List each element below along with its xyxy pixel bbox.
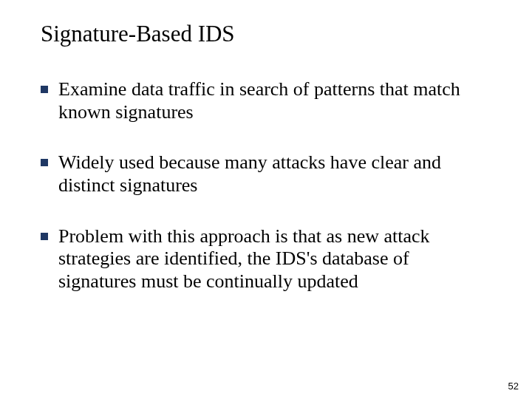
- slide-container: Signature-Based IDS Examine data traffic…: [0, 0, 532, 399]
- bullet-text: Widely used because many attacks have cl…: [58, 151, 491, 197]
- slide-title: Signature-Based IDS: [41, 21, 491, 47]
- bullet-text: Problem with this approach is that as ne…: [58, 225, 491, 293]
- bullet-text: Examine data traffic in search of patter…: [58, 78, 491, 123]
- bullet-list: Examine data traffic in search of patter…: [41, 78, 491, 293]
- page-number: 52: [508, 381, 519, 392]
- square-bullet-icon: [41, 233, 48, 240]
- bullet-item: Problem with this approach is that as ne…: [41, 225, 491, 293]
- bullet-item: Examine data traffic in search of patter…: [41, 78, 491, 123]
- bullet-item: Widely used because many attacks have cl…: [41, 151, 491, 197]
- square-bullet-icon: [41, 159, 48, 166]
- square-bullet-icon: [41, 86, 48, 93]
